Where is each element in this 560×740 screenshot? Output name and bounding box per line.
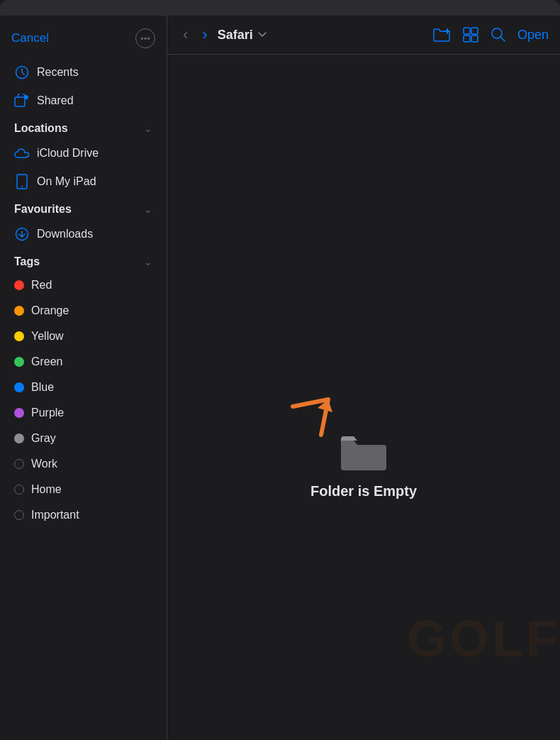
- sidebar-item-tag-work[interactable]: Work: [3, 451, 164, 477]
- locations-title: Locations: [14, 122, 68, 135]
- tag-dot-blue: [14, 382, 24, 392]
- main-layout: Cancel ••• Recents: [0, 16, 560, 740]
- sidebar-item-downloads[interactable]: Downloads: [3, 220, 164, 248]
- tag-label-home: Home: [31, 483, 62, 496]
- sidebar-item-tag-orange[interactable]: Orange: [3, 298, 164, 324]
- tags-list: RedOrangeYellowGreenBluePurpleGrayWorkHo…: [0, 272, 167, 528]
- tag-label-orange: Orange: [31, 304, 69, 317]
- chevron-down-icon: ⌄: [144, 123, 152, 134]
- sidebar-item-tag-blue[interactable]: Blue: [3, 375, 164, 400]
- location-selector-button[interactable]: Safari: [218, 28, 427, 43]
- sidebar: Cancel ••• Recents: [0, 16, 167, 740]
- tags-section-header: Tags ⌄: [0, 248, 167, 272]
- ellipsis-icon: •••: [140, 33, 150, 44]
- cancel-button[interactable]: Cancel: [11, 31, 49, 45]
- tag-dot-yellow: [14, 331, 24, 341]
- background-watermark: GOLF: [407, 609, 560, 668]
- sidebar-item-tag-purple[interactable]: Purple: [3, 400, 164, 426]
- location-title: Safari: [218, 28, 253, 43]
- sidebar-item-shared[interactable]: Shared: [3, 87, 164, 115]
- svg-rect-9: [464, 28, 470, 34]
- more-options-button[interactable]: •••: [135, 28, 155, 48]
- tag-label-green: Green: [31, 355, 62, 368]
- tag-label-yellow: Yellow: [31, 330, 64, 343]
- icloud-icon: [14, 145, 30, 161]
- sidebar-item-tag-home[interactable]: Home: [3, 477, 164, 502]
- search-button[interactable]: [491, 27, 506, 43]
- new-folder-button[interactable]: [432, 27, 451, 43]
- favourites-section-header: Favourites ⌄: [0, 196, 167, 220]
- tag-label-blue: Blue: [31, 381, 54, 394]
- tag-dot-empty-home: [14, 485, 24, 495]
- open-button[interactable]: Open: [517, 28, 549, 43]
- ipad-label: On My iPad: [37, 175, 96, 188]
- tag-label-purple: Purple: [31, 407, 64, 419]
- locations-chevron-button[interactable]: ⌄: [144, 123, 152, 134]
- chevron-down-icon: ⌄: [144, 204, 152, 215]
- svg-point-4: [21, 186, 23, 187]
- icloud-label: iCloud Drive: [37, 147, 99, 160]
- toolbar-actions: Open: [432, 26, 549, 43]
- empty-folder-icon: [338, 431, 389, 473]
- shared-icon: [14, 93, 30, 109]
- svg-rect-12: [471, 35, 478, 42]
- chevron-right-icon: ›: [202, 26, 207, 43]
- forward-button[interactable]: ›: [198, 23, 211, 47]
- svg-marker-15: [318, 399, 332, 412]
- grid-view-button[interactable]: [462, 26, 479, 43]
- tag-label-gray: Gray: [31, 432, 56, 445]
- sidebar-item-tag-yellow[interactable]: Yellow: [3, 324, 164, 349]
- svg-rect-1: [15, 97, 25, 106]
- chevron-left-icon: ‹: [183, 26, 188, 43]
- tag-dot-gray: [14, 433, 24, 443]
- tag-dot-purple: [14, 408, 24, 418]
- svg-point-2: [24, 95, 28, 99]
- svg-line-14: [500, 37, 505, 41]
- tag-dot-empty-work: [14, 459, 24, 469]
- tag-dot-empty-important: [14, 510, 24, 520]
- favourites-title: Favourites: [14, 203, 72, 216]
- svg-rect-11: [464, 35, 470, 42]
- shared-label: Shared: [37, 94, 74, 107]
- arrow-annotation: [279, 392, 335, 449]
- downloads-icon: [14, 226, 30, 242]
- tag-dot-green: [14, 357, 24, 367]
- ipad-device-icon: [14, 174, 30, 189]
- back-button[interactable]: ‹: [179, 23, 192, 47]
- chevron-down-icon: ⌄: [144, 256, 152, 267]
- downloads-label: Downloads: [37, 228, 93, 241]
- recents-label: Recents: [37, 66, 79, 79]
- locations-section-header: Locations ⌄: [0, 115, 167, 139]
- content-area: ‹ › Safari: [167, 16, 560, 740]
- empty-folder-area: GOLF Folder is Empty: [167, 55, 560, 740]
- sidebar-item-recents[interactable]: Recents: [3, 58, 164, 87]
- tag-label-work: Work: [31, 458, 57, 470]
- empty-folder-label: Folder is Empty: [310, 483, 417, 499]
- tag-label-important: Important: [31, 509, 79, 521]
- top-bar: [0, 0, 560, 16]
- tags-title: Tags: [14, 255, 40, 268]
- tag-dot-orange: [14, 306, 24, 316]
- tag-label-red: Red: [31, 279, 52, 292]
- sidebar-item-tag-red[interactable]: Red: [3, 272, 164, 298]
- location-chevron-icon: [257, 31, 267, 38]
- sidebar-item-tag-green[interactable]: Green: [3, 349, 164, 375]
- toolbar: ‹ › Safari: [167, 16, 560, 55]
- favourites-chevron-button[interactable]: ⌄: [144, 204, 152, 215]
- sidebar-item-ipad[interactable]: On My iPad: [3, 167, 164, 196]
- sidebar-item-tag-gray[interactable]: Gray: [3, 426, 164, 451]
- svg-rect-10: [471, 28, 478, 34]
- recents-icon: [14, 65, 30, 80]
- sidebar-item-icloud[interactable]: iCloud Drive: [3, 139, 164, 167]
- tags-chevron-button[interactable]: ⌄: [144, 256, 152, 267]
- tag-dot-red: [14, 280, 24, 290]
- sidebar-header: Cancel •••: [0, 21, 167, 58]
- sidebar-item-tag-important[interactable]: Important: [3, 502, 164, 528]
